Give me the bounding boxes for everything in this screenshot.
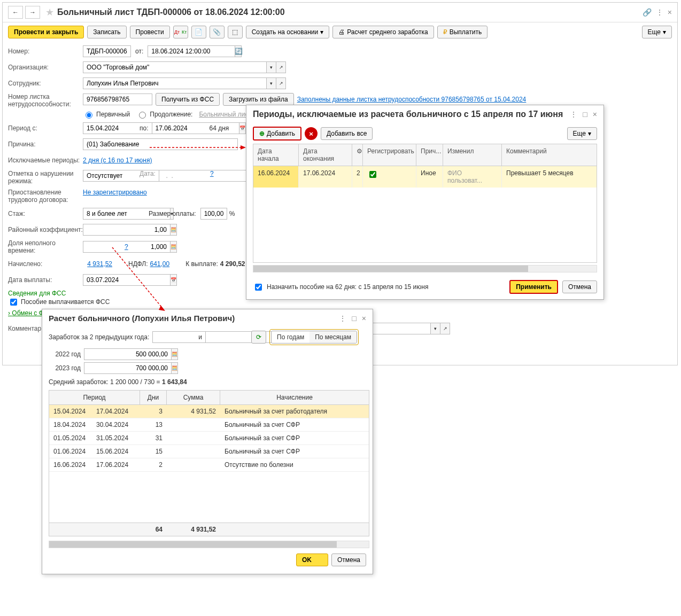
- calc-icon[interactable]: 🧮: [171, 224, 177, 236]
- dropdown-icon[interactable]: ▾: [267, 77, 276, 89]
- continuation-radio[interactable]: Продолжение:: [136, 110, 192, 119]
- stage-label: Стаж:: [8, 210, 83, 217]
- apply-button[interactable]: Применить: [509, 280, 558, 294]
- cancel-button[interactable]: Отмена: [331, 553, 366, 566]
- report-icon[interactable]: ⬚: [228, 26, 243, 38]
- col-end[interactable]: Дата окончания: [299, 144, 352, 166]
- suspend-link[interactable]: Не зарегистрировано: [83, 189, 147, 196]
- doc-icon[interactable]: 📄: [191, 26, 206, 38]
- accrued-link[interactable]: 4 931,52: [83, 260, 112, 268]
- scrollbar-horizontal[interactable]: [49, 541, 369, 548]
- violation-field[interactable]: [83, 170, 171, 182]
- filled-link[interactable]: Заполнены данные листка нетрудоспособнос…: [297, 96, 527, 103]
- continuation-link: Больничный лист: [199, 111, 251, 118]
- avg-earn-button[interactable]: 🖨 Расчет среднего заработка: [332, 26, 434, 38]
- date-field[interactable]: [148, 45, 235, 57]
- by-month-tab[interactable]: По месяцам: [309, 331, 357, 343]
- col-start[interactable]: Дата начала: [253, 144, 299, 166]
- forward-button[interactable]: →: [25, 6, 40, 19]
- close-icon[interactable]: ×: [362, 314, 366, 323]
- more-button[interactable]: Еще ▾: [642, 26, 672, 38]
- dropdown-icon[interactable]: ▾: [267, 61, 276, 73]
- calc-icon[interactable]: 🧮: [172, 362, 178, 374]
- dropdown-icon[interactable]: ▾: [431, 323, 440, 334]
- attach-icon[interactable]: 📎: [210, 26, 225, 38]
- calendar-icon[interactable]: 📅: [171, 274, 177, 286]
- cancel-button[interactable]: Отмена: [562, 280, 597, 293]
- help-icon[interactable]: ?: [210, 170, 214, 177]
- table-row[interactable]: 16.06.2024 17.06.2024 2 Иное ФИО пользов…: [253, 166, 597, 188]
- table-row[interactable]: 01.05.202431.05.202431Больничный за счет…: [49, 432, 369, 445]
- close-icon[interactable]: ×: [668, 8, 672, 17]
- emp-field[interactable]: [83, 77, 267, 89]
- table-row[interactable]: 18.04.202430.04.202413Больничный за счет…: [49, 418, 369, 432]
- add-all-button[interactable]: Добавить все: [321, 127, 373, 140]
- number-field[interactable]: [83, 45, 131, 57]
- region-field[interactable]: [83, 224, 171, 236]
- link-icon[interactable]: 🔗: [643, 8, 652, 17]
- cell-start: 16.06.2024: [253, 166, 299, 188]
- table-row[interactable]: 01.06.202415.06.202415Больничный за счет…: [49, 445, 369, 458]
- open-icon[interactable]: ↗: [440, 323, 450, 334]
- load-file-button[interactable]: Загрузить из файла: [223, 93, 294, 106]
- menu-icon[interactable]: ⋮: [570, 110, 577, 119]
- close-icon[interactable]: ×: [593, 110, 597, 119]
- refresh-icon[interactable]: 🔄: [235, 48, 243, 55]
- payrate-field[interactable]: [200, 208, 227, 220]
- maximize-icon[interactable]: □: [352, 314, 356, 323]
- col-period[interactable]: Период: [49, 391, 140, 404]
- y2-field[interactable]: [84, 362, 172, 374]
- open-icon[interactable]: ↗: [276, 77, 286, 89]
- col-accrual[interactable]: Начисление: [220, 391, 369, 404]
- suspend-label: Приостановление трудового договора:: [8, 189, 83, 204]
- calc-icon[interactable]: 🧮: [172, 348, 178, 360]
- table-row[interactable]: 15.04.202417.04.202434 931,52Больничный …: [49, 405, 369, 418]
- period-from-label: Период с:: [8, 124, 83, 132]
- calendar-icon[interactable]: 📅: [239, 122, 246, 134]
- dt-kt-icon[interactable]: ДтКт: [173, 26, 188, 38]
- org-field[interactable]: [83, 61, 267, 73]
- ok-button[interactable]: OK: [296, 553, 328, 566]
- get-fss-button[interactable]: Получить из ФСС: [156, 93, 220, 106]
- open-icon[interactable]: ↗: [276, 61, 286, 73]
- col-changed[interactable]: Изменил: [443, 144, 502, 166]
- col-comment[interactable]: Комментарий: [502, 144, 597, 166]
- by-year-tab[interactable]: По годам: [272, 331, 309, 343]
- delete-button[interactable]: ×: [305, 127, 318, 140]
- scrollbar-horizontal[interactable]: [253, 265, 597, 272]
- menu-icon[interactable]: ⋮: [656, 8, 663, 17]
- back-button[interactable]: ←: [8, 6, 23, 19]
- create-based-button[interactable]: Создать на основании ▾: [246, 26, 330, 38]
- col-sum[interactable]: Сумма: [167, 391, 220, 404]
- y1-field[interactable]: [84, 348, 172, 360]
- maximize-icon[interactable]: □: [583, 110, 587, 119]
- and-label: и: [198, 333, 202, 341]
- table-row[interactable]: 16.06.202417.06.20242Отсутствие по болез…: [49, 458, 369, 472]
- col-reason[interactable]: Прич...: [416, 144, 443, 166]
- post-close-button[interactable]: Провести и закрыть: [8, 26, 84, 38]
- star-icon[interactable]: ★: [45, 6, 54, 18]
- page-title: Больничный лист ТДБП-000006 от 18.06.202…: [57, 7, 643, 17]
- post-button[interactable]: Провести: [130, 26, 170, 38]
- pay-button[interactable]: ₽ Выплатить: [437, 26, 488, 38]
- parttime-label: Доля неполного времени:: [8, 239, 83, 254]
- assign-checkbox[interactable]: Назначить пособие на 62 дня: с 15 апреля…: [253, 282, 428, 292]
- svg-marker-1: [159, 306, 165, 311]
- col-gear[interactable]: ⚙: [352, 144, 363, 166]
- payrate-label: Размер оплаты:: [149, 210, 196, 217]
- refresh-button[interactable]: ⟳: [251, 331, 266, 344]
- calc-icon[interactable]: 🧮: [171, 241, 177, 253]
- add-button[interactable]: ⊕ Добавить: [253, 127, 301, 141]
- cell-reg[interactable]: [363, 166, 416, 188]
- vio-date-field: [159, 170, 246, 182]
- save-button[interactable]: Записать: [87, 26, 126, 38]
- pct-label: %: [229, 210, 235, 217]
- excluded-link[interactable]: 2 дня (с 16 по 17 июня): [83, 157, 152, 164]
- primary-radio[interactable]: Первичный: [83, 110, 130, 119]
- col-days[interactable]: Дни: [140, 391, 167, 404]
- more-button[interactable]: Еще ▾: [567, 127, 597, 140]
- sheet-no-field[interactable]: [83, 93, 152, 105]
- menu-icon[interactable]: ⋮: [339, 314, 346, 323]
- col-reg[interactable]: Регистрировать: [363, 144, 416, 166]
- y1-label: 2022 год: [49, 350, 81, 358]
